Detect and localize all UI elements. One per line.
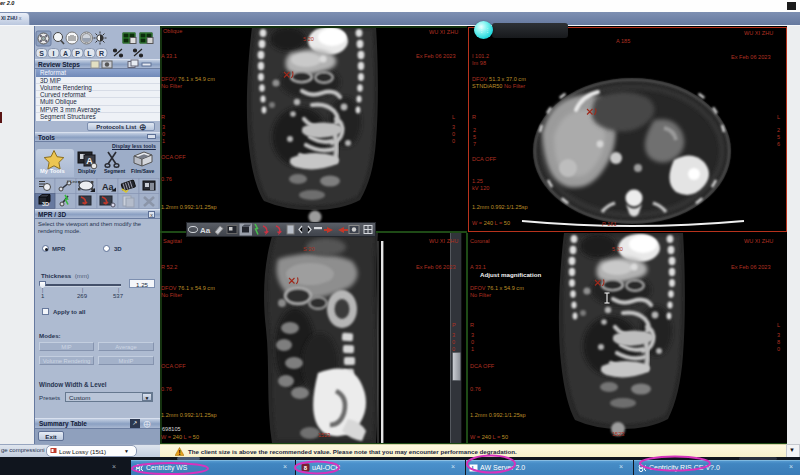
svg-text:S: S	[39, 50, 44, 57]
svg-text:Aa: Aa	[102, 182, 114, 192]
svg-text:3D: 3D	[42, 201, 49, 207]
svg-text:Aa: Aa	[200, 226, 211, 235]
svg-text:A: A	[63, 50, 68, 57]
svg-text:L Line: L Line	[67, 179, 79, 184]
svg-text:L: L	[87, 50, 92, 57]
svg-text:P: P	[75, 50, 80, 57]
svg-text:I: I	[53, 50, 55, 57]
svg-text:R: R	[99, 50, 104, 57]
